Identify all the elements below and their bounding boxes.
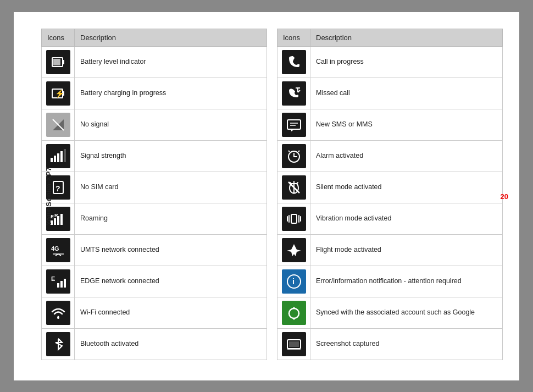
description-cell: New SMS or MMS xyxy=(310,109,503,140)
description-cell: Call in progress xyxy=(310,46,503,78)
tables-container: Icons Description Battery level indicato… xyxy=(41,29,503,364)
svg-rect-24 xyxy=(57,283,59,288)
table-row: Missed call xyxy=(277,78,503,109)
description-cell: Missed call xyxy=(310,78,503,109)
icon-cell xyxy=(277,203,310,234)
table-row: ⚡Battery charging in progress xyxy=(42,78,267,109)
table-row: ERRoaming xyxy=(42,203,267,234)
table-row: New SMS or MMS xyxy=(277,109,503,140)
missed-call-icon xyxy=(282,81,306,106)
icon-cell xyxy=(277,172,310,203)
table-row: Silent mode activated xyxy=(277,172,503,203)
icon-cell: i xyxy=(277,266,310,297)
icon-cell xyxy=(277,78,310,109)
icon-cell xyxy=(42,46,75,78)
left-col-desc: Description xyxy=(75,29,267,46)
sms-icon xyxy=(282,113,306,137)
error-icon: i xyxy=(282,269,306,294)
description-cell: Signal strength xyxy=(75,140,267,172)
description-cell: EDGE network connected xyxy=(75,266,267,297)
svg-rect-19 xyxy=(54,218,56,225)
icon-cell: ⚡ xyxy=(42,78,75,109)
svg-rect-10 xyxy=(54,156,56,162)
description-cell: Screenshot captured xyxy=(310,328,503,360)
svg-point-27 xyxy=(57,317,59,319)
left-table: Icons Description Battery level indicato… xyxy=(41,29,267,360)
icon-cell: 4G xyxy=(42,234,75,266)
svg-rect-50 xyxy=(289,341,299,347)
svg-line-37 xyxy=(288,151,290,152)
vibration-icon xyxy=(282,207,306,231)
description-cell: Bluetooth activated xyxy=(75,328,267,360)
description-cell: Battery charging in progress xyxy=(75,78,267,109)
right-col-icons: Icons xyxy=(277,29,310,46)
description-cell: Roaming xyxy=(75,203,267,234)
description-cell: Battery level indicator xyxy=(75,46,267,78)
icon-cell xyxy=(277,328,310,360)
sync-icon xyxy=(282,301,306,325)
table-row: 4GUMTS network connected xyxy=(42,234,267,266)
signal-strength-icon xyxy=(46,144,70,168)
right-col-desc: Description xyxy=(310,29,503,46)
silent-icon xyxy=(282,175,306,200)
table-row: No signal xyxy=(42,109,267,140)
svg-text:E: E xyxy=(51,275,55,282)
battery-icon xyxy=(46,50,70,74)
svg-rect-31 xyxy=(287,120,301,129)
icon-cell xyxy=(42,297,75,328)
svg-rect-13 xyxy=(64,149,66,162)
edge-icon: E xyxy=(46,269,70,294)
svg-text:?: ? xyxy=(55,184,60,193)
svg-rect-20 xyxy=(57,216,59,225)
table-row: Bluetooth activated xyxy=(42,328,267,360)
alarm-icon xyxy=(282,144,306,168)
description-cell: Silent mode activated xyxy=(310,172,503,203)
table-row: iError/information notification - attent… xyxy=(277,266,503,297)
svg-rect-21 xyxy=(60,214,63,225)
page: Your Sonim XP7 20 Icons Description Batt… xyxy=(14,12,519,380)
bluetooth-icon xyxy=(46,332,70,356)
icon-cell xyxy=(277,46,310,78)
description-cell: No signal xyxy=(75,109,267,140)
icon-cell xyxy=(277,109,310,140)
icon-cell xyxy=(42,109,75,140)
table-row: Synced with the associated account such … xyxy=(277,297,503,328)
svg-rect-26 xyxy=(64,279,66,288)
description-cell: Synced with the associated account such … xyxy=(310,297,503,328)
table-row: EEDGE network connected xyxy=(42,266,267,297)
table-row: Screenshot captured xyxy=(277,328,503,360)
svg-rect-40 xyxy=(291,214,297,223)
left-col-icons: Icons xyxy=(42,29,75,46)
table-row: ?No SIM card xyxy=(42,172,267,203)
description-cell: Vibration mode activated xyxy=(310,203,503,234)
side-label: Your Sonim XP7 xyxy=(45,167,53,225)
table-row: Alarm activated xyxy=(277,140,503,172)
4g-icon: 4G xyxy=(46,238,70,262)
no-signal-icon xyxy=(46,113,70,137)
icon-cell xyxy=(277,140,310,172)
table-row: Flight mode activated xyxy=(277,234,503,266)
table-row: Wi-Fi connected xyxy=(42,297,267,328)
battery-charging-icon: ⚡ xyxy=(46,81,70,106)
svg-rect-2 xyxy=(53,59,60,65)
svg-rect-12 xyxy=(60,151,63,162)
svg-rect-1 xyxy=(63,60,64,64)
svg-text:⚡: ⚡ xyxy=(55,89,65,98)
call-icon xyxy=(282,50,306,74)
svg-rect-25 xyxy=(60,281,63,288)
description-cell: Flight mode activated xyxy=(310,234,503,266)
svg-marker-48 xyxy=(292,318,296,320)
screenshot-icon xyxy=(282,332,306,356)
svg-text:4G: 4G xyxy=(51,245,59,252)
svg-rect-11 xyxy=(57,153,59,162)
svg-text:i: i xyxy=(292,277,295,286)
table-row: Call in progress xyxy=(277,46,503,78)
icon-cell xyxy=(42,328,75,360)
table-row: Vibration mode activated xyxy=(277,203,503,234)
page-number: 20 xyxy=(501,192,508,200)
description-cell: UMTS network connected xyxy=(75,234,267,266)
icon-cell xyxy=(277,234,310,266)
wifi-icon xyxy=(46,301,70,325)
description-cell: Alarm activated xyxy=(310,140,503,172)
svg-marker-47 xyxy=(292,307,296,309)
